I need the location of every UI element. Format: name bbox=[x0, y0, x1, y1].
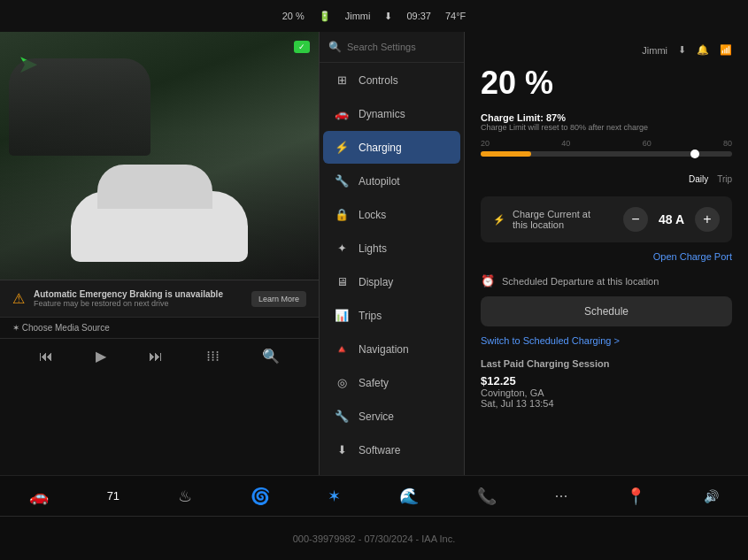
prev-button[interactable]: ⏮ bbox=[39, 349, 53, 364]
warning-line2: Feature may be restored on next drive bbox=[34, 299, 243, 308]
locks-icon: 🔒 bbox=[334, 208, 350, 221]
scheduled-departure-label: Scheduled Departure at this location bbox=[502, 276, 659, 287]
navigation-label: Navigation bbox=[359, 343, 409, 356]
search-input[interactable] bbox=[347, 42, 455, 52]
car-dark-silhouette bbox=[9, 58, 150, 156]
header-bell-icon[interactable]: 🔔 bbox=[697, 44, 709, 56]
decrease-amps-button[interactable]: − bbox=[623, 207, 648, 232]
charge-bar[interactable]: 20 40 60 80 bbox=[481, 139, 732, 157]
camera-view: ➤ ✓ bbox=[0, 32, 319, 280]
navigation-icon: 🔺 bbox=[334, 342, 350, 356]
service-label: Service bbox=[359, 410, 394, 423]
settings-menu: 🔍 ⊞ Controls 🚗 Dynamics ⚡ Charging 🔧 Aut… bbox=[319, 32, 465, 516]
sidebar-item-software[interactable]: ⬇ Software bbox=[323, 433, 460, 466]
taskbar: 🚗 71 ♨ 🌀 ✶ 🌊 📞 ··· 📍 🔊 bbox=[0, 475, 748, 516]
menu-list: ⊞ Controls 🚗 Dynamics ⚡ Charging 🔧 Autop… bbox=[320, 63, 464, 516]
header-download-icon: ⬇ bbox=[678, 44, 686, 56]
battery-icon: 🔋 bbox=[319, 11, 331, 22]
learn-more-button[interactable]: Learn More bbox=[251, 291, 306, 307]
software-icon: ⬇ bbox=[334, 443, 350, 456]
media-source-label: ✶ Choose Media Source bbox=[12, 323, 110, 333]
scheduled-departure-header: ⏰ Scheduled Departure at this location bbox=[481, 274, 732, 288]
switch-to-scheduled-link[interactable]: Switch to Scheduled Charging > bbox=[481, 335, 732, 346]
taskbar-more-icon[interactable]: ··· bbox=[555, 487, 568, 505]
dynamics-label: Dynamics bbox=[359, 108, 405, 120]
safety-label: Safety bbox=[359, 377, 389, 389]
charge-current-label: ⚡ Charge Current at this location bbox=[493, 209, 590, 230]
taskbar-location-icon[interactable]: 📍 bbox=[626, 487, 645, 506]
taskbar-bluetooth-icon[interactable]: ✶ bbox=[328, 487, 341, 506]
last-paid-location: Covington, GA bbox=[481, 387, 732, 398]
status-temp: 74°F bbox=[445, 11, 466, 21]
trips-label: Trips bbox=[359, 310, 382, 322]
sidebar-item-charging[interactable]: ⚡ Charging bbox=[323, 131, 460, 164]
footer-text: 000-39979982 - 07/30/2024 - IAA Inc. bbox=[293, 533, 455, 544]
daily-toggle[interactable]: Daily bbox=[689, 174, 708, 184]
taskbar-hotspot-icon[interactable]: 🌊 bbox=[399, 487, 419, 506]
schedule-button[interactable]: Schedule bbox=[481, 296, 732, 326]
taskbar-temp-value: 71 bbox=[107, 489, 120, 502]
safety-icon: ◎ bbox=[334, 376, 350, 389]
software-label: Software bbox=[359, 444, 400, 456]
battery-percent: 20 % bbox=[282, 11, 305, 21]
autopilot-icon: 🔧 bbox=[334, 174, 350, 188]
right-panel-header: Jimmi ⬇ 🔔 📶 bbox=[481, 44, 732, 56]
menu-dots-icon[interactable]: ⁞⁞⁞ bbox=[206, 348, 220, 364]
next-button[interactable]: ⏭ bbox=[149, 349, 163, 364]
dynamics-icon: 🚗 bbox=[334, 107, 350, 120]
charge-limit-marker bbox=[690, 150, 699, 158]
charge-amps-value: 48 A bbox=[659, 212, 684, 226]
charge-bar-numbers: 20 40 60 80 bbox=[481, 139, 732, 148]
last-paid-date: Sat, Jul 13 13:54 bbox=[481, 398, 732, 409]
search-bar[interactable]: 🔍 bbox=[320, 32, 464, 63]
lights-label: Lights bbox=[359, 242, 387, 255]
green-badge: ✓ bbox=[294, 41, 310, 53]
car-white-silhouette bbox=[71, 191, 248, 262]
sidebar-item-locks[interactable]: 🔒 Locks bbox=[323, 198, 460, 231]
autopilot-label: Autopilot bbox=[359, 175, 400, 188]
footer-bar: 000-39979982 - 07/30/2024 - IAA Inc. bbox=[0, 516, 748, 560]
sidebar-item-display[interactable]: 🖥 Display bbox=[323, 265, 460, 298]
charge-bar-track[interactable] bbox=[481, 151, 732, 157]
taskbar-volume-icon[interactable]: 🔊 bbox=[704, 489, 719, 503]
charge-limit-label: Charge Limit: 87% bbox=[481, 112, 732, 123]
lights-icon: ✦ bbox=[334, 242, 350, 255]
trips-icon: 📊 bbox=[334, 309, 350, 322]
open-charge-port-button[interactable]: Open Charge Port bbox=[481, 251, 732, 262]
charge-current-icon: ⚡ bbox=[493, 214, 505, 226]
charge-percent: 20 % bbox=[481, 65, 732, 102]
sidebar-item-navigation[interactable]: 🔺 Navigation bbox=[323, 333, 460, 365]
trip-toggle[interactable]: Trip bbox=[717, 174, 732, 184]
warning-icon: ⚠ bbox=[12, 290, 25, 307]
play-button[interactable]: ▶ bbox=[96, 348, 106, 364]
sidebar-item-controls[interactable]: ⊞ Controls bbox=[323, 64, 460, 96]
status-bar: 20 % 🔋 Jimmi ⬇ 09:37 74°F bbox=[0, 0, 748, 32]
taskbar-phone-icon[interactable]: 📞 bbox=[477, 487, 497, 506]
controls-icon: ⊞ bbox=[334, 73, 350, 87]
sidebar-item-lights[interactable]: ✦ Lights bbox=[323, 232, 460, 265]
increase-amps-button[interactable]: + bbox=[695, 207, 720, 232]
charge-current-controls: − 48 A + bbox=[623, 207, 720, 232]
sidebar-item-trips[interactable]: 📊 Trips bbox=[323, 299, 460, 332]
search-icon: 🔍 bbox=[328, 41, 342, 53]
charge-bar-fill bbox=[481, 151, 531, 157]
charging-label: Charging bbox=[359, 142, 402, 154]
sidebar-item-safety[interactable]: ◎ Safety bbox=[323, 366, 460, 399]
status-user: Jimmi bbox=[345, 11, 371, 21]
status-time: 09:37 bbox=[406, 11, 431, 21]
media-source[interactable]: ✶ Choose Media Source bbox=[0, 317, 319, 338]
last-paid-amount: $12.25 bbox=[481, 374, 732, 387]
taskbar-car-icon[interactable]: 🚗 bbox=[29, 487, 49, 506]
sidebar-item-autopilot[interactable]: 🔧 Autopilot bbox=[323, 165, 460, 197]
display-label: Display bbox=[359, 276, 393, 288]
search-media-icon[interactable]: 🔍 bbox=[262, 348, 280, 364]
taskbar-heat-icon[interactable]: ♨ bbox=[178, 487, 192, 506]
header-signal-icon: 📶 bbox=[720, 44, 732, 56]
sidebar-item-service[interactable]: 🔧 Service bbox=[323, 400, 460, 433]
display-icon: 🖥 bbox=[334, 275, 350, 288]
taskbar-wiper-icon[interactable]: 🌀 bbox=[251, 487, 270, 506]
sidebar-item-dynamics[interactable]: 🚗 Dynamics bbox=[323, 97, 460, 130]
header-user: Jimmi bbox=[642, 45, 667, 56]
charging-panel: Jimmi ⬇ 🔔 📶 20 % Charge Limit: 87% Charg… bbox=[465, 32, 748, 516]
daily-trip-toggle: Daily Trip bbox=[481, 174, 732, 184]
